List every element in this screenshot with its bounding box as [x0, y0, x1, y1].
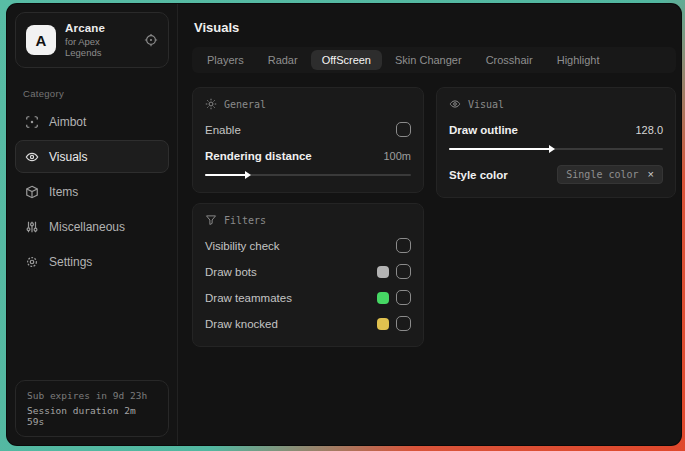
filters-panel-header: Filters: [205, 214, 411, 226]
package-icon: [25, 185, 39, 199]
tab-bar: Players Radar OffScreen Skin Changer Cro…: [192, 47, 676, 73]
category-label: Category: [23, 88, 161, 99]
tab-highlight[interactable]: Highlight: [546, 50, 611, 70]
style-color-row: Style color Single color ×: [449, 164, 663, 185]
sidebar-item-items[interactable]: Items: [15, 175, 169, 208]
sidebar-item-settings[interactable]: Settings: [15, 245, 169, 278]
visual-panel: Visual Draw outline 128.0 Style color: [436, 87, 676, 198]
style-color-select[interactable]: Single color ×: [557, 165, 663, 184]
tab-skin-changer[interactable]: Skin Changer: [384, 50, 473, 70]
general-panel-header: General: [205, 98, 411, 110]
rendering-distance-row: Rendering distance 100m: [205, 145, 411, 166]
rendering-distance-slider[interactable]: [205, 170, 411, 180]
brand-name: Arcane: [65, 22, 135, 34]
visibility-check-label: Visibility check: [205, 240, 280, 252]
sidebar-item-aimbot[interactable]: Aimbot: [15, 105, 169, 138]
general-panel: General Enable Rendering distance 100m: [192, 87, 424, 193]
filters-panel-title: Filters: [224, 215, 266, 226]
gear-icon: [25, 255, 39, 269]
sidebar-item-label: Visuals: [49, 150, 87, 164]
eye-icon: [25, 150, 39, 164]
clear-icon[interactable]: ×: [648, 169, 654, 180]
tab-crosshair[interactable]: Crosshair: [475, 50, 544, 70]
draw-knocked-label: Draw knocked: [205, 318, 278, 330]
draw-knocked-row: Draw knocked: [205, 313, 411, 334]
rendering-distance-label: Rendering distance: [205, 150, 312, 162]
draw-outline-value: 128.0: [635, 124, 663, 136]
visual-panel-title: Visual: [468, 99, 504, 110]
slider-fill: [205, 174, 246, 176]
brand-subtitle: for Apex Legends: [65, 36, 135, 58]
target-icon[interactable]: [144, 33, 158, 47]
session-info: Sub expires in 9d 23h Session duration 2…: [15, 380, 169, 437]
general-panel-title: General: [224, 99, 266, 110]
draw-bots-checkbox[interactable]: [396, 264, 411, 279]
tab-radar[interactable]: Radar: [257, 50, 309, 70]
funnel-icon: [205, 214, 217, 226]
tab-offscreen[interactable]: OffScreen: [311, 50, 382, 70]
draw-knocked-color-swatch[interactable]: [377, 318, 389, 330]
sidebar-item-miscellaneous[interactable]: Miscellaneous: [15, 210, 169, 243]
sidebar-item-label: Items: [49, 185, 78, 199]
session-duration-text: Session duration 2m 59s: [27, 405, 157, 427]
brand-text: Arcane for Apex Legends: [65, 22, 135, 58]
sidebar-item-visuals[interactable]: Visuals: [15, 140, 169, 173]
draw-teammates-row: Draw teammates: [205, 287, 411, 308]
draw-outline-label: Draw outline: [449, 124, 518, 136]
slider-thumb[interactable]: [549, 145, 555, 153]
draw-outline-slider[interactable]: [449, 144, 663, 154]
tab-players[interactable]: Players: [196, 50, 255, 70]
sub-expires-text: Sub expires in 9d 23h: [27, 390, 157, 401]
visibility-check-checkbox[interactable]: [396, 238, 411, 253]
draw-knocked-checkbox[interactable]: [396, 316, 411, 331]
enable-label: Enable: [205, 124, 241, 136]
draw-outline-row: Draw outline 128.0: [449, 119, 663, 140]
sidebar-nav: Aimbot Visuals Items: [7, 105, 177, 278]
style-color-label: Style color: [449, 169, 508, 181]
visibility-check-row: Visibility check: [205, 235, 411, 256]
crosshair-icon: [25, 115, 39, 129]
draw-teammates-checkbox[interactable]: [396, 290, 411, 305]
draw-bots-row: Draw bots: [205, 261, 411, 282]
slider-thumb[interactable]: [245, 171, 251, 179]
enable-row: Enable: [205, 119, 411, 140]
eye-icon: [449, 98, 461, 110]
sidebar: A Arcane for Apex Legends Category: [7, 4, 178, 445]
sun-gear-icon: [205, 98, 217, 110]
visual-panel-header: Visual: [449, 98, 663, 110]
draw-bots-label: Draw bots: [205, 266, 257, 278]
page-title: Visuals: [194, 20, 676, 35]
draw-teammates-label: Draw teammates: [205, 292, 292, 304]
sidebar-item-label: Settings: [49, 255, 92, 269]
sidebar-item-label: Aimbot: [49, 115, 86, 129]
sliders-icon: [25, 220, 39, 234]
sidebar-item-label: Miscellaneous: [49, 220, 125, 234]
style-color-value: Single color: [566, 169, 638, 180]
draw-bots-color-swatch[interactable]: [377, 266, 389, 278]
rendering-distance-value: 100m: [383, 150, 411, 162]
filters-panel: Filters Visibility check Draw bots: [192, 203, 424, 347]
slider-fill: [449, 148, 550, 150]
enable-checkbox[interactable]: [396, 122, 411, 137]
brand-logo: A: [26, 25, 56, 55]
app-window: A Arcane for Apex Legends Category: [7, 4, 681, 445]
draw-teammates-color-swatch[interactable]: [377, 292, 389, 304]
brand-header: A Arcane for Apex Legends: [15, 12, 169, 68]
main-content: Visuals Players Radar OffScreen Skin Cha…: [178, 4, 681, 445]
